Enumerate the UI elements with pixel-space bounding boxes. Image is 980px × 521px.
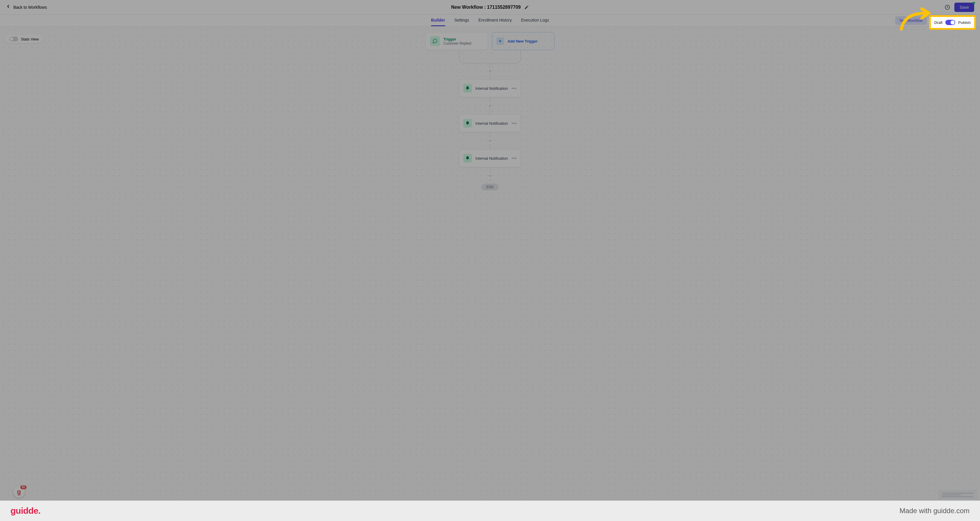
- publish-toggle[interactable]: [945, 20, 955, 25]
- connector-line: [490, 144, 490, 149]
- connector-bracket: [457, 50, 523, 68]
- sub-nav-bar: Builder Settings Enrollment History Exec…: [0, 14, 980, 27]
- trigger-subtitle: Customer Replied: [443, 41, 471, 45]
- action-node[interactable]: Internal Notification •••: [459, 149, 521, 167]
- connector-line: [490, 74, 490, 79]
- draft-label: Draft: [934, 21, 942, 25]
- add-step-button[interactable]: +: [487, 103, 493, 108]
- tab-execution-logs[interactable]: Execution Logs: [521, 15, 549, 26]
- connector-line: [490, 179, 490, 182]
- more-icon[interactable]: •••: [512, 121, 517, 126]
- help-badge-logo: g: [17, 488, 21, 496]
- stats-view-label: Stats View: [21, 37, 39, 41]
- workflow-canvas[interactable]: Stats View Trigger Customer Replied + Ad…: [0, 27, 980, 500]
- flow-container: Trigger Customer Replied + Add New Trigg…: [426, 32, 554, 191]
- edit-icon[interactable]: [524, 5, 529, 10]
- action-label: Internal Notification: [476, 121, 508, 126]
- connector-line: [490, 132, 490, 137]
- footer: guidde. Made with guidde.com: [0, 500, 980, 521]
- action-node[interactable]: Internal Notification •••: [459, 79, 521, 97]
- connector-line: [490, 109, 490, 114]
- help-badge[interactable]: g 85: [13, 486, 25, 498]
- action-node[interactable]: Internal Notification •••: [459, 114, 521, 132]
- annotation-arrow-icon: [899, 6, 933, 32]
- footer-text: Made with guidde.com: [900, 507, 969, 515]
- back-label: Back to Workflows: [13, 5, 47, 10]
- bell-icon: [463, 119, 472, 127]
- guidde-logo: guidde.: [11, 506, 40, 516]
- add-trigger-button[interactable]: + Add New Trigger: [492, 32, 554, 50]
- add-step-button[interactable]: +: [487, 68, 493, 73]
- workflow-title: New Workflow : 1711552897709: [451, 5, 521, 10]
- help-badge-count: 85: [21, 486, 27, 489]
- minimap-line: [942, 493, 973, 494]
- save-button[interactable]: Save: [955, 3, 974, 12]
- minimap-line: [942, 496, 973, 497]
- trigger-title: Trigger: [443, 37, 471, 41]
- tab-enrollment-history[interactable]: Enrollment History: [478, 15, 512, 26]
- stats-view-toggle[interactable]: [10, 37, 18, 41]
- chat-icon: [430, 36, 440, 46]
- add-step-button[interactable]: +: [487, 173, 493, 178]
- more-icon[interactable]: •••: [512, 86, 517, 91]
- chevron-left-icon: [6, 4, 11, 10]
- action-label: Internal Notification: [476, 86, 508, 91]
- back-link[interactable]: Back to Workflows: [6, 4, 47, 10]
- history-icon[interactable]: [945, 4, 950, 10]
- connector-line: [490, 167, 490, 172]
- stats-view-toggle-wrap: Stats View: [5, 35, 43, 43]
- tab-settings[interactable]: Settings: [455, 15, 469, 26]
- tabs: Builder Settings Enrollment History Exec…: [431, 15, 549, 26]
- tab-builder[interactable]: Builder: [431, 15, 445, 26]
- top-bar: Back to Workflows New Workflow : 1711552…: [0, 0, 980, 14]
- minimap-line: [942, 494, 961, 496]
- more-icon[interactable]: •••: [512, 156, 517, 161]
- trigger-node[interactable]: Trigger Customer Replied: [426, 32, 488, 50]
- canvas-minimap[interactable]: [939, 491, 977, 499]
- action-label: Internal Notification: [476, 156, 508, 161]
- bell-icon: [463, 84, 472, 92]
- publish-label: Publish: [958, 21, 970, 25]
- end-node: END: [482, 183, 498, 191]
- plus-icon: +: [496, 37, 504, 45]
- add-step-button[interactable]: +: [487, 138, 493, 143]
- add-trigger-label: Add New Trigger: [508, 39, 538, 43]
- publish-toggle-highlight: Draft Publish: [930, 16, 975, 29]
- bell-icon: [463, 154, 472, 163]
- connector-line: [490, 97, 490, 103]
